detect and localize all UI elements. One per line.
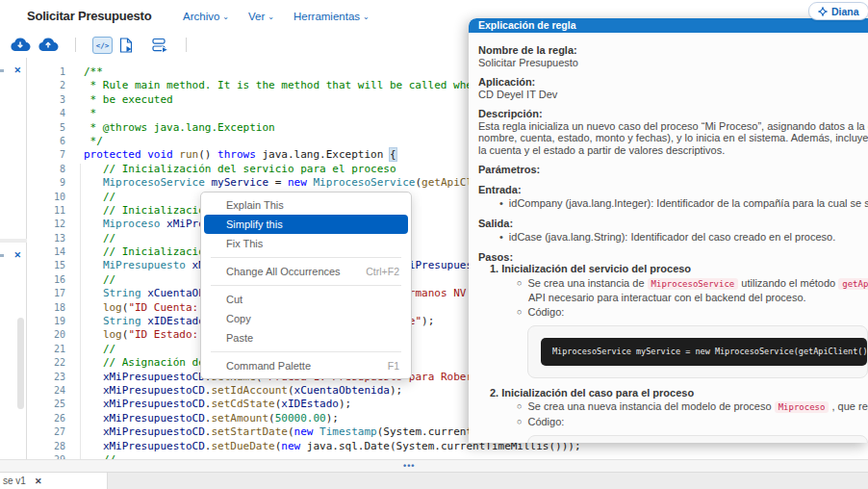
code-token: * be executed	[84, 93, 173, 106]
step-title-text: Inicialización del servicio del proceso	[501, 263, 691, 274]
code-token	[84, 328, 103, 341]
context-menu-item[interactable]: Paste	[201, 328, 411, 347]
context-menu-item[interactable]: Fix This	[201, 234, 411, 253]
panel-handle-icon	[0, 254, 4, 257]
menubar-item-archivo[interactable]: Archivo⌄	[183, 11, 229, 22]
chevron-down-icon: ⌄	[268, 13, 274, 21]
code-token	[84, 371, 103, 383]
step-text: Código:	[527, 306, 564, 318]
code-block-wrapper: MiprocesoService myService = new Miproce…	[527, 325, 868, 378]
line-number: 25	[27, 398, 65, 411]
context-menu-item[interactable]: Cut	[201, 290, 411, 309]
line-number: 2	[27, 79, 65, 92]
code-token: ()	[198, 148, 217, 161]
sub-bullet-icon: ○	[517, 307, 522, 317]
step-text: utilizando el método	[738, 277, 838, 289]
menu-separator	[211, 285, 401, 286]
panel-text-line: Esta regla inicializa un nuevo caso del …	[478, 120, 868, 133]
panel-section-label: Aplicación:	[478, 76, 868, 89]
context-menu-item[interactable]: Copy	[201, 309, 411, 328]
toolbar-separator	[186, 38, 187, 52]
code-token: =	[268, 176, 288, 189]
code-token: "ID Estado: "	[128, 328, 211, 341]
close-icon[interactable]: ✕	[35, 476, 42, 486]
diana-assistant-button[interactable]: Diana	[808, 2, 868, 20]
panel-text-line: la cuenta y el estado a partir de valore…	[478, 144, 868, 157]
code-token: xMiPresupuestoCD	[103, 398, 205, 410]
panel-bullet-item: •idCase (java.lang.String): Identificado…	[478, 231, 868, 244]
menubar-item-herramientas[interactable]: Herramientas⌄	[294, 11, 370, 22]
close-icon[interactable]: ✕	[13, 65, 21, 75]
close-icon[interactable]: ✕	[13, 250, 21, 260]
scrollbar-thumb[interactable]	[17, 318, 24, 409]
code-token: "ID Cuenta: "	[128, 301, 211, 314]
line-number: 13	[27, 232, 65, 245]
menubar: Archivo⌄Ver⌄Herramientas⌄	[183, 11, 370, 22]
bullet-icon: •	[499, 231, 503, 243]
line-number: 15	[27, 259, 65, 272]
panel-section-label: Parámetros:	[478, 164, 868, 176]
code-token: xMiPresupuestoCD	[103, 384, 205, 397]
code-token: *	[84, 107, 96, 119]
line-number: 28	[27, 440, 65, 453]
code-token	[84, 218, 103, 230]
code-token: myService	[211, 176, 268, 189]
bottom-tab[interactable]: se v1 ✕	[0, 473, 108, 489]
chevron-down-icon: ⌄	[222, 13, 229, 21]
line-number: 14	[27, 245, 65, 259]
step-text: Se crea una nueva instancia del modelo d…	[527, 400, 774, 412]
chevron-down-icon: ⌄	[363, 13, 370, 21]
code-token	[84, 232, 103, 244]
code-token: (	[288, 384, 294, 397]
code-block-wrapper: Miproceso xMiProcesoCD = new Miproceso()…	[527, 435, 868, 443]
context-menu-item[interactable]: Command PaletteF1	[201, 356, 411, 375]
line-number: 5	[27, 121, 65, 135]
line-number-gutter: 1234567891011121314151617181920212223242…	[27, 65, 65, 459]
context-menu-item[interactable]: Change All OccurrencesCtrl+F2	[201, 262, 411, 281]
step-title-text: Inicialización del caso para el proceso	[501, 387, 694, 399]
code-token: MiprocesoService	[103, 176, 205, 189]
sub-bullet-icon: ○	[517, 417, 522, 426]
line-number: 24	[27, 384, 65, 398]
line-number: 21	[27, 343, 65, 356]
context-menu-item[interactable]: Explain This	[201, 195, 411, 215]
context-menu-item[interactable]: Simplify this	[204, 215, 408, 234]
line-number: 11	[27, 204, 65, 218]
editor-context-menu: Explain ThisSimplify thisFix ThisChange …	[200, 192, 412, 379]
menu-item-label: Fix This	[226, 238, 263, 249]
code-token: xCuentaObtenida	[294, 384, 390, 397]
menu-item-label: Command Palette	[226, 360, 311, 372]
code-token: (	[268, 412, 275, 425]
panel-text-line: nombre, cuenta, estado, monto y fechas),…	[478, 132, 868, 144]
code-token: Timestamp	[319, 425, 377, 438]
line-number: 20	[27, 328, 65, 342]
run-file-icon[interactable]	[119, 38, 133, 57]
sub-bullet-icon: ○	[517, 278, 522, 288]
line-number: 7	[27, 148, 65, 162]
left-panel-top: ✕	[0, 58, 27, 239]
line-number: 16	[27, 273, 65, 287]
code-token: new	[294, 425, 314, 438]
line-number: 1	[27, 65, 65, 79]
code-token	[84, 425, 103, 438]
code-view-toggle[interactable]: </>	[92, 37, 113, 54]
run-rules-icon[interactable]	[152, 38, 168, 57]
step-detail-line: ○Código:	[478, 306, 868, 320]
code-token	[84, 398, 103, 410]
more-actions-icon[interactable]: •••	[403, 460, 415, 472]
code-token	[84, 343, 103, 355]
line-number: 22	[27, 356, 65, 370]
menu-item-label: Copy	[226, 313, 251, 324]
code-token: //	[103, 273, 115, 286]
panel-section-label: Pasos:	[478, 251, 868, 264]
cloud-download-icon[interactable]	[10, 38, 31, 56]
code-token: xMiPresupuestoCD	[103, 425, 205, 438]
cloud-upload-icon[interactable]	[38, 38, 59, 56]
panel-handle-icon	[0, 69, 4, 72]
panel-section-label: Nombre de la regla:	[478, 44, 868, 57]
code-token: setStartDate	[211, 425, 287, 438]
panel-section-label: Salida:	[478, 218, 868, 230]
step-title: 1. Inicialización del servicio del proce…	[478, 263, 868, 275]
menu-separator	[211, 257, 401, 258]
menubar-item-ver[interactable]: Ver⌄	[248, 11, 274, 22]
